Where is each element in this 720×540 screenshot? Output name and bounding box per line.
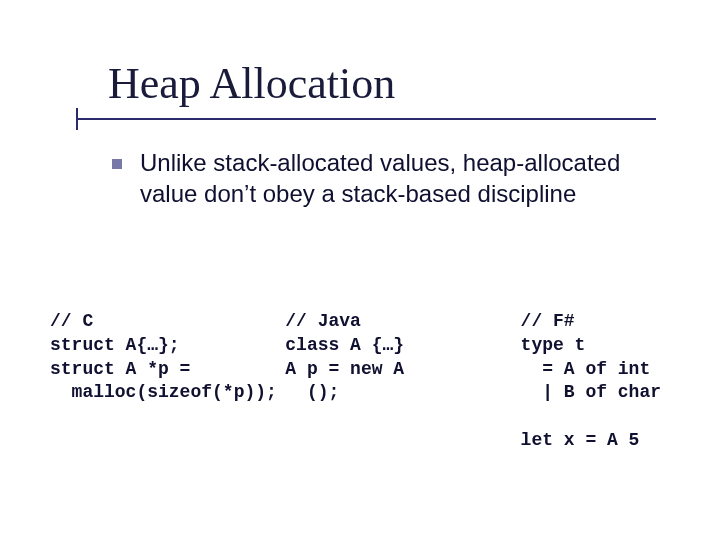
code-java: // Java class A {…} A p = new A ();: [285, 310, 520, 453]
code-fsharp: // F# type t = A of int | B of char let …: [521, 310, 690, 453]
code-c: // C struct A{…}; struct A *p = malloc(s…: [50, 310, 285, 453]
slide-title: Heap Allocation: [108, 58, 395, 109]
slide: Heap Allocation Unlike stack-allocated v…: [0, 0, 720, 540]
title-rule: [76, 118, 656, 120]
bullet-item: Unlike stack-allocated values, heap-allo…: [112, 148, 666, 209]
bullet-text: Unlike stack-allocated values, heap-allo…: [140, 148, 666, 209]
bullet-icon: [112, 159, 122, 169]
slide-body: Unlike stack-allocated values, heap-allo…: [112, 148, 666, 209]
code-columns: // C struct A{…}; struct A *p = malloc(s…: [50, 310, 690, 453]
